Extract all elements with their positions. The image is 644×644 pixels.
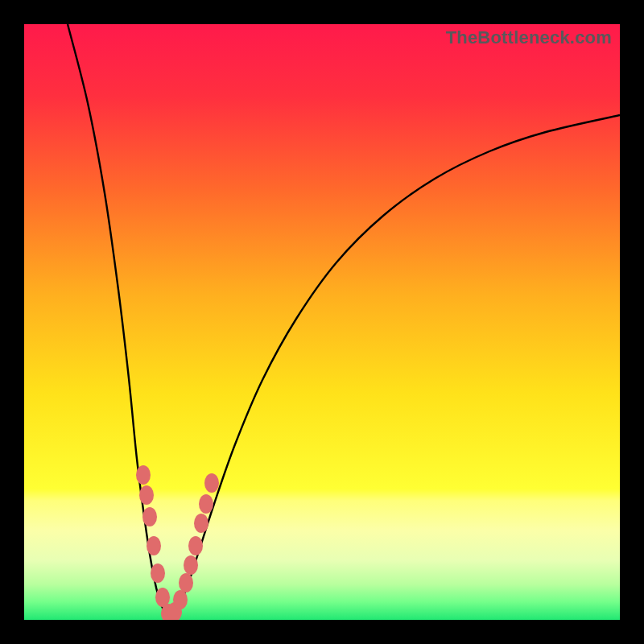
data-marker	[147, 536, 161, 555]
data-marker	[184, 555, 198, 575]
curve-right	[169, 115, 620, 618]
data-marker	[142, 507, 157, 526]
curve-left	[68, 24, 169, 618]
chart-frame: TheBottleneck.com	[0, 0, 644, 644]
data-marker	[204, 473, 219, 493]
data-marker	[173, 590, 188, 609]
data-marker	[199, 494, 213, 514]
watermark-text: TheBottleneck.com	[446, 27, 612, 48]
data-marker	[136, 465, 151, 485]
data-marker	[188, 536, 203, 555]
data-marker	[179, 573, 193, 592]
curves-layer	[24, 24, 620, 620]
plot-area: TheBottleneck.com	[24, 24, 620, 620]
data-marker	[139, 485, 154, 505]
data-marker	[151, 564, 165, 583]
data-marker	[194, 514, 208, 533]
data-markers	[136, 465, 219, 620]
